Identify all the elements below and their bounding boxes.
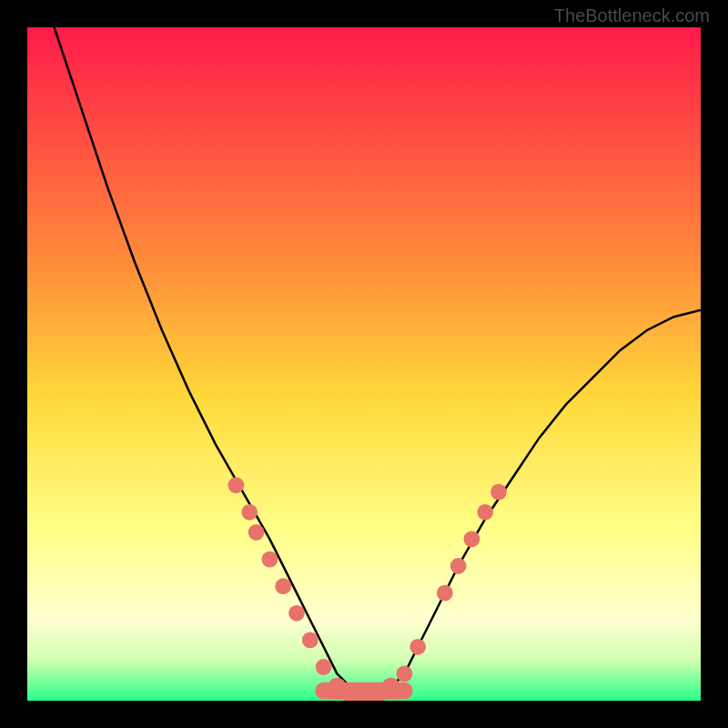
data-marker	[302, 632, 318, 649]
plot-area	[27, 27, 701, 701]
data-marker	[450, 558, 467, 574]
data-marker	[490, 484, 507, 500]
data-marker	[228, 477, 245, 493]
gradient-background	[27, 27, 701, 701]
data-marker	[288, 605, 305, 622]
data-marker	[262, 551, 278, 568]
data-marker	[437, 585, 453, 602]
watermark-text: TheBottleneck.com	[554, 5, 710, 26]
data-marker	[410, 639, 426, 655]
data-marker	[275, 578, 291, 594]
data-marker	[477, 504, 493, 521]
data-marker	[381, 678, 400, 697]
chart-container: TheBottleneck.com	[0, 0, 728, 728]
data-marker	[464, 531, 480, 548]
data-marker	[397, 666, 413, 682]
data-marker	[316, 659, 332, 675]
data-marker	[241, 504, 258, 521]
data-marker	[248, 524, 265, 541]
bottleneck-chart	[27, 27, 701, 701]
